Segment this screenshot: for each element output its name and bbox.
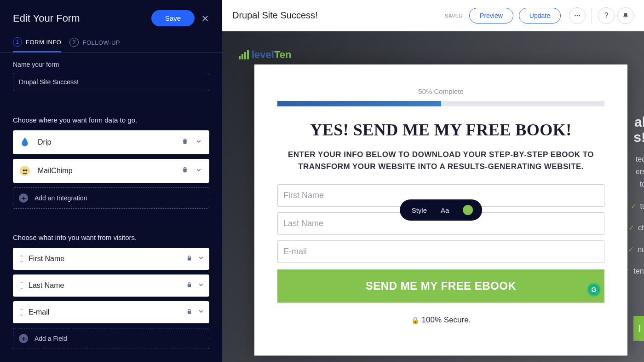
integration-row-drip[interactable]: Drip — [13, 130, 209, 154]
divider — [591, 8, 592, 23]
chevron-down-icon[interactable] — [194, 138, 204, 147]
lock-icon — [186, 308, 193, 317]
logo-bars-icon — [239, 50, 249, 59]
add-integration-button[interactable]: ＋ Add an Integration — [13, 187, 209, 209]
page-title: Drupal Site Success! — [232, 10, 445, 21]
field-name: Last Name — [29, 281, 186, 290]
svg-point-5 — [579, 15, 580, 16]
chevron-down-icon[interactable] — [197, 281, 205, 290]
style-tab[interactable]: Style — [412, 206, 427, 214]
form-modal: 50% Complete YES! SEND ME MY FREE BOOK! … — [254, 64, 627, 356]
email-field[interactable] — [277, 240, 604, 263]
progress-fill — [277, 101, 441, 106]
progress-bar — [277, 101, 604, 106]
svg-point-1 — [23, 169, 25, 171]
plus-icon: ＋ — [19, 193, 28, 203]
chevron-down-icon[interactable] — [194, 166, 204, 175]
field-name: E-mail — [29, 308, 186, 316]
help-button[interactable]: ? — [598, 7, 615, 24]
tab-number: 1 — [13, 37, 22, 47]
secure-note: 🔒100% Secure. — [277, 315, 604, 325]
reorder-handle[interactable] — [15, 307, 29, 318]
form-name-input[interactable] — [13, 73, 209, 91]
integrations-section: Choose where you want form data to go. D… — [0, 94, 222, 211]
preview-button[interactable]: Preview — [469, 8, 513, 23]
integration-name: MailChimp — [38, 167, 180, 175]
logo-text: levelTen — [252, 49, 291, 61]
tab-label: FOLLOW-UP — [82, 39, 120, 46]
notifications-button[interactable] — [617, 7, 634, 24]
lock-icon: 🔒 — [411, 316, 419, 324]
main-area: Drupal Site Success! SAVED Preview Updat… — [222, 0, 644, 362]
svg-point-4 — [577, 15, 578, 16]
tab-follow-up[interactable]: 2 FOLLOW-UP — [69, 37, 120, 52]
form-headline[interactable]: YES! SEND ME MY FREE BOOK! — [277, 120, 604, 140]
background-cta: ! — [633, 316, 644, 341]
svg-point-0 — [20, 166, 30, 176]
reorder-handle[interactable] — [15, 253, 29, 264]
panel-header-actions: Save — [151, 10, 209, 26]
chevron-down-icon[interactable] — [197, 308, 205, 317]
form-subhead[interactable]: ENTER YOUR INFO BELOW TO DOWNLOAD YOUR S… — [277, 149, 604, 172]
update-button[interactable]: Update — [519, 8, 561, 23]
field-row-first-name[interactable]: First Name — [13, 248, 209, 270]
field-row-last-name[interactable]: Last Name — [13, 274, 209, 297]
svg-point-2 — [25, 169, 27, 171]
mailchimp-icon — [18, 164, 31, 177]
style-toolbar[interactable]: Style Aa — [400, 199, 483, 221]
add-integration-label: Add an Integration — [34, 194, 87, 202]
typography-tab[interactable]: Aa — [441, 206, 449, 214]
plus-icon: ＋ — [19, 334, 28, 343]
tab-label: FORM INFO — [26, 39, 61, 46]
fields-label: Choose what info you want from visitors. — [13, 234, 209, 241]
close-icon[interactable] — [201, 14, 209, 23]
delete-icon[interactable] — [180, 166, 190, 175]
save-button[interactable]: Save — [151, 10, 195, 26]
integration-name: Drip — [38, 138, 180, 146]
integrations-label: Choose where you want form data to go. — [13, 116, 209, 124]
submit-button[interactable]: SEND ME MY FREE EBOOK — [277, 269, 604, 303]
drip-icon — [18, 136, 31, 149]
integration-row-mailchimp[interactable]: MailChimp — [13, 159, 209, 183]
grammarly-icon: G — [588, 284, 600, 296]
edit-panel: Edit Your Form Save 1 FORM INFO 2 FOLLOW… — [0, 0, 222, 362]
more-menu-button[interactable] — [569, 7, 586, 24]
delete-icon[interactable] — [180, 138, 190, 147]
chevron-down-icon[interactable] — [197, 254, 205, 263]
lock-icon — [186, 255, 193, 263]
preview-canvas: levelTen als! ted ers to ts ch nd tent !… — [222, 31, 644, 362]
add-field-button[interactable]: ＋ Add a Field — [13, 328, 209, 349]
name-section: Name your form — [0, 53, 222, 94]
logo: levelTen — [239, 49, 291, 61]
field-name: First Name — [29, 255, 186, 263]
saved-status: SAVED — [445, 13, 463, 18]
tab-number: 2 — [69, 38, 79, 47]
color-swatch[interactable] — [463, 205, 473, 215]
reorder-handle[interactable] — [15, 280, 29, 291]
svg-point-3 — [575, 15, 576, 16]
field-row-email[interactable]: E-mail — [13, 301, 209, 323]
tab-form-info[interactable]: 1 FORM INFO — [13, 37, 61, 53]
add-field-label: Add a Field — [34, 335, 67, 342]
lock-icon — [186, 281, 193, 290]
fields-section: Choose what info you want from visitors.… — [0, 211, 222, 352]
name-label: Name your form — [13, 61, 209, 68]
panel-header: Edit Your Form Save — [0, 0, 222, 31]
top-bar: Drupal Site Success! SAVED Preview Updat… — [222, 0, 644, 31]
panel-tabs: 1 FORM INFO 2 FOLLOW-UP — [0, 31, 222, 53]
panel-title: Edit Your Form — [13, 12, 80, 24]
progress-label: 50% Complete — [277, 88, 604, 95]
